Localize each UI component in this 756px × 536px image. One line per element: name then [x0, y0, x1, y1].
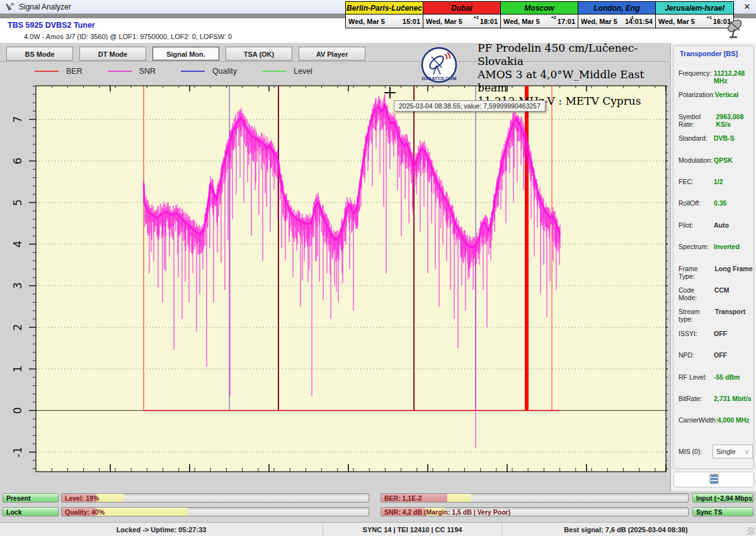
tp-label: CarrierWidth:: [679, 416, 718, 424]
close-icon[interactable]: ✕: [740, 1, 755, 13]
tp-value: OFF: [714, 330, 753, 337]
tab-tsa-ok-[interactable]: TSA (OK): [226, 47, 292, 61]
legend-label: Level: [294, 67, 312, 76]
clock-offset: -1: [629, 15, 634, 20]
present-indicator: Present: [3, 493, 59, 503]
world-clocks[interactable]: Berlin-Paris-LučenecWed, Mar 515:01Dubai…: [345, 1, 734, 28]
mis-row: MIS (0): Single ∨: [679, 445, 753, 458]
tab-bs-mode[interactable]: BS Mode: [6, 47, 73, 61]
tp-label: Code Mode:: [679, 286, 714, 301]
input-label: Input (~2,94 Mbps): [696, 494, 753, 502]
tab-av-player[interactable]: AV Player: [299, 47, 365, 61]
input-indicator: Input (~2,94 Mbps): [692, 493, 753, 503]
clock-city: London, Eng: [578, 2, 655, 15]
legend-item-quality: Quality: [181, 67, 237, 76]
tp-value: Transport: [715, 308, 753, 323]
tp-value: 0.35: [714, 199, 753, 207]
level-fill-yellow: [96, 494, 123, 502]
clock-value: 15:01: [403, 18, 420, 25]
legend-label: Quality: [212, 67, 237, 76]
clock-city: Dubai: [423, 2, 500, 15]
dxsatcs-logo: DXSATCS.COM: [420, 47, 459, 87]
present-label: Present: [6, 494, 31, 502]
clock-offset: +3: [473, 15, 479, 20]
clock-city: Moscow: [501, 2, 578, 15]
clock-offset: +2: [551, 15, 556, 20]
tp-value: Vertical: [715, 91, 753, 98]
transponder-row: Frame Type:Long Frame: [679, 265, 753, 280]
svg-text:6: 6: [11, 158, 24, 165]
tp-value: -55 dBm: [714, 373, 753, 381]
transponder-row: Code Mode:CCM: [679, 286, 753, 301]
tp-label: Polarization:: [679, 91, 715, 98]
sync-indicator: Sync TS: [692, 507, 753, 516]
caption-line2: AMOS 3 at 4,0°W_Middle East beam: [478, 68, 673, 95]
clock-offset: +1: [706, 15, 712, 20]
tp-label: RF Level:: [679, 373, 707, 381]
tp-value: 11212,248 MHz: [714, 69, 753, 84]
tp-value: QPSK: [714, 156, 753, 164]
tp-label: ISSYI:: [679, 330, 697, 337]
snr-label: SNR: 4,2 dB (Margin: 1,5 dB | Very Poor): [384, 508, 510, 516]
svg-text:4: 4: [11, 241, 24, 248]
status-bar: Locked -> Uptime: 05:27:33 SYNC 14 | TEI…: [0, 522, 756, 536]
mis-dropdown[interactable]: Single ∨: [713, 445, 753, 458]
save-icon: [709, 474, 719, 486]
transponder-row: Stream type:Transport: [679, 308, 753, 323]
tp-label: Pilot:: [679, 221, 693, 229]
tp-value: CCM: [714, 286, 753, 301]
lock-indicator: Lock: [3, 507, 59, 516]
ber-meter: BER: 1,1E-2: [381, 493, 689, 503]
tab-signal-mon-[interactable]: Signal Mon.: [152, 47, 219, 61]
clock-time: Wed, Mar 515:01: [346, 15, 423, 28]
tp-value: 2963,008 KS/s: [716, 113, 753, 128]
quality-fill-yellow: [96, 508, 188, 516]
chart-tooltip: 2025-03-04 08.38.55, value: 7,5999999046…: [394, 100, 546, 112]
status-uptime: Locked -> Uptime: 05:27:33: [0, 523, 323, 536]
quality-meter: Quality: 40%: [61, 507, 369, 516]
meters-row-2: Lock Quality: 40% SNR: 4,2 dB (Margin: 1…: [0, 507, 756, 517]
transponder-title: Transponder [BS]: [679, 50, 739, 57]
chart-legend: BERSNRQualityLevel: [35, 67, 312, 76]
svg-text:0: 0: [11, 407, 24, 414]
lock-label: Lock: [6, 508, 22, 516]
clock-2: DubaiWed, Mar 5+318:01: [423, 2, 501, 28]
clock-date: Wed, Mar 5: [503, 18, 540, 25]
transponder-row: BitRate:2,731 Mbit/s: [679, 395, 753, 402]
status-best-signal: Best signal: 7,6 dB (2025-03-04 08:38): [502, 523, 750, 536]
tp-label: RollOff:: [679, 199, 701, 207]
tab-dt-mode[interactable]: DT Mode: [79, 47, 146, 61]
transponder-row: Standard:DVB-S: [679, 134, 753, 142]
transponder-row: Polarization:Vertical: [679, 91, 753, 98]
tp-value: 2,731 Mbit/s: [714, 395, 753, 402]
clock-date: Wed, Mar 5: [658, 18, 695, 25]
signal-analyzer-window: Signal Analyzer ✕ TBS 5925 DVBS2 Tuner 4…: [0, 0, 756, 536]
legend-label: SNR: [139, 67, 156, 76]
tp-label: Frequency:: [679, 69, 712, 84]
clock-time: Wed, Mar 5+217:01: [501, 15, 578, 28]
tp-label: Stream type:: [679, 308, 715, 323]
legend-swatch: [181, 71, 205, 72]
transponder-row: RF Level:-55 dBm: [679, 373, 753, 381]
svg-text:1: 1: [11, 366, 24, 373]
transponder-row: RollOff:0.35: [679, 199, 753, 207]
ber-fill-yellow: [447, 494, 471, 502]
snr-meter: SNR: 4,2 dB (Margin: 1,5 dB | Very Poor): [381, 507, 689, 516]
tuner-title: TBS 5925 DVBS2 Tuner: [8, 21, 95, 30]
clock-city: Berlin-Paris-Lučenec: [346, 2, 423, 15]
tp-value: Inverted: [714, 243, 753, 250]
resize-grip[interactable]: [747, 527, 755, 535]
caption-line1: PF Prodelin 450 cm/Lučenec-Slovakia: [478, 42, 673, 68]
level-meter: Level: 19%: [61, 493, 369, 503]
signal-chart[interactable]: -101234567: [0, 82, 668, 492]
level-label: Level: 19%: [65, 494, 99, 502]
mis-label: MIS (0):: [679, 448, 702, 455]
svg-text:-1: -1: [11, 446, 24, 457]
tp-label: Modulation:: [679, 156, 713, 164]
transponder-row: Symbol Rate:2963,008 KS/s: [679, 113, 753, 128]
transponder-fieldset: Transponder [BS] Frequency:11212,248 MHz…: [673, 45, 754, 469]
clock-4: London, EngWed, Mar 5-114:01:54: [578, 2, 656, 28]
save-button[interactable]: [673, 472, 754, 487]
clock-time: Wed, Mar 5+318:01: [423, 15, 500, 28]
clock-3: MoscowWed, Mar 5+217:01: [501, 2, 578, 28]
